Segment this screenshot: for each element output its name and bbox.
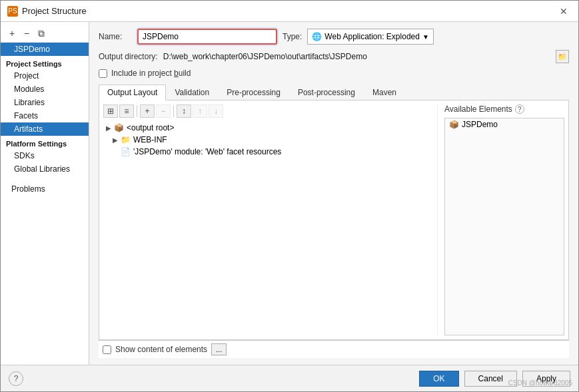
sidebar: + − ⧉ JSPDemo Project Settings Project M… bbox=[1, 22, 89, 365]
tab-maven[interactable]: Maven bbox=[364, 85, 405, 100]
sidebar-add-button[interactable]: + bbox=[6, 27, 18, 39]
include-build-checkbox[interactable] bbox=[99, 69, 107, 78]
ok-button[interactable]: OK bbox=[419, 371, 458, 387]
sidebar-item-project[interactable]: Project bbox=[1, 69, 89, 83]
sidebar-item-libraries[interactable]: Libraries bbox=[1, 96, 89, 109]
available-item-jspdemo[interactable]: 📦 JSPDemo bbox=[445, 118, 564, 130]
add-element-button[interactable]: + bbox=[140, 104, 155, 118]
tree-item-webinf-label: WEB-INF bbox=[133, 135, 167, 144]
sidebar-copy-button[interactable]: ⧉ bbox=[35, 27, 47, 39]
type-icon: 🌐 bbox=[312, 32, 322, 41]
tree-item-facet-resources[interactable]: 📄 'JSPDemo' module: 'Web' facet resource… bbox=[103, 146, 432, 158]
available-item-label: JSPDemo bbox=[462, 120, 498, 129]
window-icon: PS bbox=[7, 6, 18, 17]
tree-item-output-root[interactable]: ▶ 📦 <output root> bbox=[103, 122, 432, 134]
output-tree: ▶ 📦 <output root> ▶ 📁 WEB-INF 📄 bbox=[103, 122, 432, 335]
close-button[interactable]: ✕ bbox=[556, 5, 572, 18]
sidebar-item-problems[interactable]: Problems bbox=[1, 182, 89, 196]
list-view-button[interactable]: ≡ bbox=[119, 104, 134, 118]
sidebar-remove-button[interactable]: − bbox=[21, 27, 33, 39]
grid-view-button[interactable]: ⊞ bbox=[103, 104, 118, 118]
tab-content: ⊞ ≡ + − ↕ ↑ ↓ ▶ bbox=[99, 100, 569, 340]
expand-arrow: ▶ bbox=[106, 124, 111, 132]
include-build-row: Include in project build bbox=[99, 69, 569, 78]
footer: ? OK Cancel Apply bbox=[1, 365, 578, 391]
type-value: Web Application: Exploded bbox=[324, 32, 420, 41]
move-down-button[interactable]: ↓ bbox=[209, 104, 223, 118]
chevron-down-icon: ▼ bbox=[422, 33, 429, 41]
project-structure-window: PS Project Structure ✕ + − ⧉ JSPDemo Pro… bbox=[0, 0, 579, 392]
tab-toolbar: ⊞ ≡ + − ↕ ↑ ↓ bbox=[103, 104, 432, 118]
tab-output-layout[interactable]: Output Layout bbox=[99, 85, 166, 100]
platform-settings-label: Platform Settings bbox=[1, 136, 89, 149]
name-input[interactable] bbox=[137, 29, 277, 45]
title-bar-left: PS Project Structure bbox=[7, 6, 87, 17]
sidebar-item-facets[interactable]: Facets bbox=[1, 109, 89, 122]
tab-pre-processing[interactable]: Pre-processing bbox=[218, 85, 289, 100]
show-content-label: Show content of elements bbox=[115, 345, 207, 354]
sidebar-toolbar: + − ⧉ bbox=[1, 25, 89, 43]
help-icon[interactable]: ? bbox=[515, 104, 524, 114]
watermark: CSDN @howard2005 bbox=[508, 379, 572, 387]
main-content: Name: Type: 🌐 Web Application: Exploded … bbox=[89, 22, 578, 365]
sidebar-item-modules[interactable]: Modules bbox=[1, 83, 89, 96]
output-dir-label: Output directory: bbox=[99, 52, 158, 61]
type-select[interactable]: 🌐 Web Application: Exploded ▼ bbox=[307, 29, 433, 45]
move-up-button[interactable]: ↑ bbox=[193, 104, 207, 118]
tab-right-panel: Available Elements ? 📦 JSPDemo bbox=[444, 104, 564, 335]
sort-button[interactable]: ↕ bbox=[177, 104, 191, 118]
output-dir-row: Output directory: D:\web_work\chapter06\… bbox=[99, 50, 569, 63]
available-elements-list: 📦 JSPDemo bbox=[444, 118, 564, 335]
help-button[interactable]: ? bbox=[9, 371, 23, 386]
tree-item-webinf[interactable]: ▶ 📁 WEB-INF bbox=[103, 134, 432, 146]
tab-validation[interactable]: Validation bbox=[166, 85, 218, 100]
tab-content-wrapper: ⊞ ≡ + − ↕ ↑ ↓ ▶ bbox=[99, 100, 569, 358]
toolbar-separator-1 bbox=[137, 105, 137, 117]
sidebar-item-sdks[interactable]: SDKs bbox=[1, 149, 89, 162]
tree-item-label: <output root> bbox=[127, 123, 174, 132]
include-build-label: Include in project build bbox=[111, 69, 191, 78]
window-body: + − ⧉ JSPDemo Project Settings Project M… bbox=[1, 22, 578, 365]
sidebar-item-global-libraries[interactable]: Global Libraries bbox=[1, 162, 89, 176]
tab-bottom: Show content of elements ... bbox=[99, 340, 569, 358]
available-elements-label: Available Elements bbox=[444, 104, 512, 114]
window-title: Project Structure bbox=[22, 6, 87, 16]
available-elements-header: Available Elements ? bbox=[444, 104, 564, 114]
title-bar: PS Project Structure ✕ bbox=[1, 1, 578, 22]
folder-icon: 📁 bbox=[121, 135, 131, 144]
output-dir-browse-button[interactable]: 📁 bbox=[556, 50, 569, 63]
type-label: Type: bbox=[283, 32, 302, 41]
more-button[interactable]: ... bbox=[211, 343, 227, 355]
expand-arrow-webinf: ▶ bbox=[113, 136, 118, 144]
tab-post-processing[interactable]: Post-processing bbox=[289, 85, 364, 100]
file-icon: 📄 bbox=[121, 147, 131, 156]
sidebar-item-artifacts[interactable]: Artifacts bbox=[1, 122, 89, 136]
tree-item-facet-label: 'JSPDemo' module: 'Web' facet resources bbox=[133, 147, 281, 156]
output-dir-value: D:\web_work\chapter06\JSPDemo\out\artifa… bbox=[163, 52, 550, 61]
project-settings-label: Project Settings bbox=[1, 56, 89, 69]
tab-bar: Output Layout Validation Pre-processing … bbox=[99, 85, 569, 100]
name-label: Name: bbox=[99, 32, 132, 41]
sidebar-artifact-item[interactable]: JSPDemo bbox=[1, 43, 89, 56]
remove-element-button[interactable]: − bbox=[156, 104, 171, 118]
name-row: Name: Type: 🌐 Web Application: Exploded … bbox=[99, 29, 569, 45]
show-content-checkbox[interactable] bbox=[103, 345, 111, 354]
output-root-icon: 📦 bbox=[114, 123, 124, 132]
tab-left-panel: ⊞ ≡ + − ↕ ↑ ↓ ▶ bbox=[103, 104, 438, 335]
module-icon: 📦 bbox=[449, 120, 459, 129]
toolbar-separator-2 bbox=[173, 105, 174, 117]
